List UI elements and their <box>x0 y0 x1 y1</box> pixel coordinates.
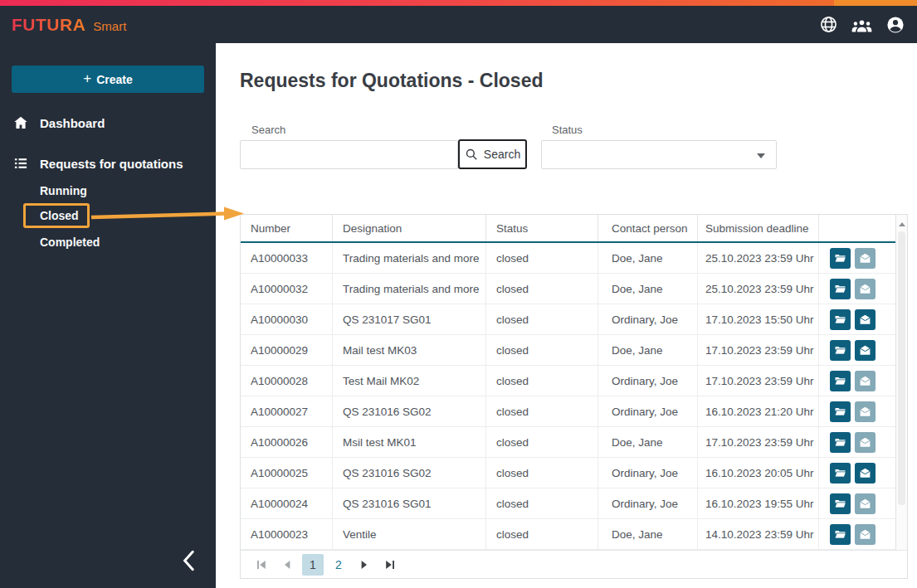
cell-submission-deadline: 17.10.2023 15:50 Uhr <box>698 304 819 334</box>
cell-submission-deadline: 17.10.2023 23:59 Uhr <box>698 335 819 365</box>
column-header-contact-person[interactable]: Contact person <box>598 215 698 241</box>
table-row[interactable]: A10000028 Test Mail MK02 closed Ordinary… <box>241 366 895 396</box>
table-row[interactable]: A10000023 Ventile closed Doe, Jane 14.10… <box>241 519 895 550</box>
cell-contact-person: Doe, Jane <box>598 243 698 273</box>
column-header-designation[interactable]: Designation <box>333 215 486 241</box>
column-header-status[interactable]: Status <box>486 215 598 241</box>
open-folder-icon <box>834 344 846 357</box>
open-mail-button[interactable] <box>855 309 876 330</box>
cell-status: closed <box>486 366 598 396</box>
pagination-last-button[interactable] <box>379 554 401 576</box>
pagination-prev-button[interactable] <box>276 554 298 576</box>
open-mail-button[interactable] <box>855 401 876 422</box>
open-mail-button[interactable] <box>855 248 876 269</box>
account-icon[interactable] <box>885 14 905 35</box>
open-mail-icon <box>859 406 871 418</box>
app-header: FUTURA Smart <box>0 6 917 43</box>
app-window: FUTURA Smart <box>0 0 917 588</box>
open-folder-icon <box>834 252 846 265</box>
chevron-down-icon <box>757 153 765 158</box>
open-folder-button[interactable] <box>830 371 851 391</box>
users-group-icon[interactable] <box>851 14 872 35</box>
home-icon <box>12 114 29 131</box>
sidebar-item-label: Requests for quotations <box>40 157 183 171</box>
cell-actions <box>819 274 895 304</box>
open-mail-button[interactable] <box>855 524 876 545</box>
open-folder-button[interactable] <box>830 340 851 361</box>
cell-number: A10000025 <box>241 458 333 488</box>
open-folder-button[interactable] <box>830 248 851 269</box>
cell-status: closed <box>486 335 598 365</box>
open-mail-button[interactable] <box>855 371 876 391</box>
table-row[interactable]: A10000029 Mail test MK03 closed Doe, Jan… <box>241 335 895 366</box>
table-row[interactable]: A10000033 Trading materials and more clo… <box>241 243 895 274</box>
sidebar-subitem-label: Completed <box>40 236 100 249</box>
open-folder-button[interactable] <box>830 279 851 299</box>
open-folder-button[interactable] <box>830 493 851 514</box>
cell-actions <box>819 427 895 457</box>
open-folder-button[interactable] <box>830 524 851 545</box>
scroll-up-icon[interactable] <box>899 222 905 226</box>
open-folder-button[interactable] <box>830 432 851 453</box>
search-input[interactable] <box>240 140 458 169</box>
cell-actions <box>819 366 895 396</box>
table-scrollbar[interactable] <box>895 215 907 550</box>
cell-actions <box>819 243 895 273</box>
column-header-number[interactable]: Number <box>241 215 333 241</box>
cell-submission-deadline: 25.10.2023 23:59 Uhr <box>698 274 819 304</box>
pagination-next-button[interactable] <box>354 554 375 576</box>
main-content: Requests for Quotations - Closed Search … <box>216 43 917 588</box>
cell-number: A10000023 <box>241 519 333 549</box>
globe-icon[interactable] <box>818 14 839 35</box>
open-mail-button[interactable] <box>855 463 876 484</box>
cell-designation: Test Mail MK02 <box>333 366 486 396</box>
search-icon <box>465 148 478 161</box>
sidebar-subitem-running[interactable]: Running <box>40 180 87 202</box>
create-button[interactable]: + Create <box>12 66 204 93</box>
open-mail-button[interactable] <box>855 340 876 361</box>
sidebar-subitem-completed[interactable]: Completed <box>40 231 100 253</box>
cell-contact-person: Ordinary, Joe <box>598 304 698 334</box>
table-row[interactable]: A10000024 QS 231016 SG01 closed Ordinary… <box>241 488 895 519</box>
open-folder-button[interactable] <box>830 463 851 484</box>
status-dropdown[interactable] <box>541 140 777 169</box>
open-folder-icon <box>834 498 846 510</box>
cell-designation: Mail test MK03 <box>333 335 486 365</box>
open-mail-icon <box>859 375 871 387</box>
open-mail-icon <box>859 313 871 326</box>
open-mail-icon <box>859 344 871 357</box>
open-mail-icon <box>859 436 871 449</box>
open-mail-button[interactable] <box>855 279 876 299</box>
open-mail-button[interactable] <box>855 493 876 514</box>
open-folder-icon <box>834 436 846 449</box>
search-button[interactable]: Search <box>458 139 527 169</box>
scrollbar-thumb[interactable] <box>898 231 905 505</box>
cell-designation: Msil test MK01 <box>333 427 486 457</box>
open-folder-button[interactable] <box>830 401 851 422</box>
column-header-submission-deadline[interactable]: Submission deadline <box>698 215 819 241</box>
table-row[interactable]: A10000025 QS 231016 SG02 closed Ordinary… <box>241 458 895 488</box>
table-row[interactable]: A10000032 Trading materials and more clo… <box>241 274 895 304</box>
sidebar-collapse-button[interactable] <box>173 545 206 576</box>
sidebar-item-dashboard[interactable]: Dashboard <box>0 110 216 135</box>
table-header-row: Number Designation Status Contact person… <box>241 215 895 243</box>
cell-number: A10000033 <box>241 243 333 273</box>
table-row[interactable]: A10000027 QS 231016 SG02 closed Ordinary… <box>241 396 895 427</box>
table-row[interactable]: A10000026 Msil test MK01 closed Doe, Jan… <box>241 427 895 458</box>
pagination-first-button[interactable] <box>251 554 272 576</box>
pagination-page-1[interactable]: 1 <box>302 554 324 576</box>
brand-logo: FUTURA Smart <box>12 15 126 35</box>
list-icon <box>12 155 29 172</box>
table-row[interactable]: A10000030 QS 231017 SG01 closed Ordinary… <box>241 304 895 335</box>
cell-status: closed <box>486 519 598 549</box>
open-folder-icon <box>834 528 846 541</box>
sidebar-subitem-closed[interactable]: Closed <box>40 205 79 226</box>
cell-submission-deadline: 17.10.2023 23:59 Uhr <box>698 366 819 396</box>
cell-status: closed <box>486 274 598 304</box>
open-folder-button[interactable] <box>830 309 851 330</box>
cell-number: A10000030 <box>241 304 333 334</box>
cell-actions <box>819 304 895 334</box>
open-mail-button[interactable] <box>855 432 876 453</box>
sidebar-item-requests-for-quotations[interactable]: Requests for quotations <box>0 151 216 176</box>
pagination-page-2[interactable]: 2 <box>328 554 349 576</box>
